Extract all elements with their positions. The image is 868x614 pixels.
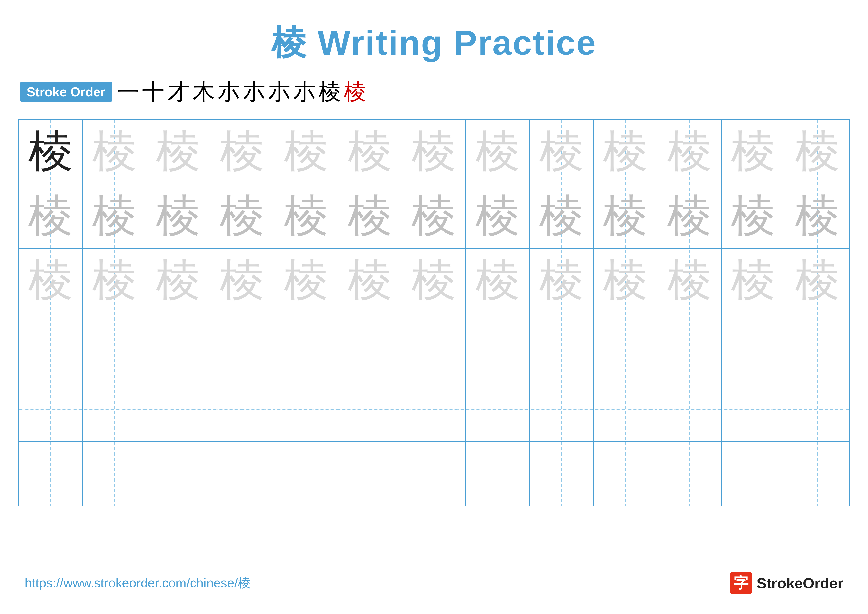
char-mid: 棱 [156,194,200,238]
char-guide: 棱 [795,129,840,174]
grid-cell[interactable]: 棱 [530,184,594,248]
grid-cell[interactable]: 棱 [722,249,785,312]
char-guide: 棱 [667,129,711,174]
grid-row-3: 棱 棱 棱 棱 棱 棱 棱 棱 棱 [19,249,849,313]
grid-cell-empty[interactable] [530,313,594,377]
char-mid: 棱 [28,194,73,238]
grid-cell-empty[interactable] [402,442,466,506]
char-guide: 棱 [92,129,136,174]
grid-cell-empty[interactable] [594,313,657,377]
grid-cell[interactable]: 棱 [19,120,83,184]
grid-cell[interactable]: 棱 [210,249,274,312]
grid-cell[interactable]: 棱 [338,249,402,312]
grid-cell-empty[interactable] [83,313,146,377]
char-guide: 棱 [156,129,200,174]
grid-cell-empty[interactable] [83,378,146,441]
grid-cell[interactable]: 棱 [83,120,146,184]
grid-cell[interactable]: 棱 [594,249,657,312]
grid-cell-empty[interactable] [658,378,722,441]
grid-row-5 [19,378,849,442]
grid-cell[interactable]: 棱 [146,120,210,184]
grid-cell-empty[interactable] [402,313,466,377]
grid-cell-empty[interactable] [274,378,338,441]
grid-cell-empty[interactable] [466,378,530,441]
grid-cell-empty[interactable] [274,313,338,377]
grid-cell[interactable]: 棱 [402,184,466,248]
grid-cell-empty[interactable] [402,378,466,441]
grid-cell-empty[interactable] [210,442,274,506]
grid-cell-empty[interactable] [146,442,210,506]
grid-cell[interactable]: 棱 [146,184,210,248]
grid-cell-empty[interactable] [594,378,657,441]
grid-cell[interactable]: 棱 [658,249,722,312]
grid-cell-empty[interactable] [722,313,785,377]
char-mid: 棱 [411,194,456,238]
grid-cell-empty[interactable] [530,378,594,441]
grid-cell-empty[interactable] [338,442,402,506]
char-light: 棱 [156,258,200,303]
grid-cell[interactable]: 棱 [146,249,210,312]
stroke-5: 朩 [218,77,240,107]
grid-cell[interactable]: 棱 [466,120,530,184]
grid-cell[interactable]: 棱 [785,120,849,184]
grid-cell[interactable]: 棱 [19,249,83,312]
grid-cell[interactable]: 棱 [83,249,146,312]
grid-cell[interactable]: 棱 [466,184,530,248]
grid-cell[interactable]: 棱 [274,249,338,312]
grid-cell[interactable]: 棱 [338,184,402,248]
grid-cell-empty[interactable] [785,442,849,506]
grid-cell[interactable]: 棱 [402,249,466,312]
grid-cell-empty[interactable] [338,378,402,441]
footer: https://www.strokeorder.com/chinese/棱 字 … [0,572,868,594]
grid-cell-empty[interactable] [658,313,722,377]
grid-cell[interactable]: 棱 [210,120,274,184]
grid-cell-empty[interactable] [19,442,83,506]
strokeorder-logo-icon: 字 [730,572,752,594]
grid-cell-empty[interactable] [722,378,785,441]
grid-cell-empty[interactable] [785,313,849,377]
grid-cell[interactable]: 棱 [658,184,722,248]
grid-cell[interactable]: 棱 [402,120,466,184]
grid-cell[interactable]: 棱 [785,249,849,312]
grid-cell-empty[interactable] [466,313,530,377]
grid-cell[interactable]: 棱 [274,184,338,248]
grid-cell-empty[interactable] [785,378,849,441]
grid-cell-empty[interactable] [19,313,83,377]
char-guide: 棱 [603,129,648,174]
char-mid: 棱 [667,194,711,238]
grid-cell[interactable]: 棱 [530,249,594,312]
stroke-7: 朩 [268,77,290,107]
grid-cell-empty[interactable] [274,442,338,506]
char-mid: 棱 [603,194,648,238]
grid-cell[interactable]: 棱 [658,120,722,184]
grid-cell[interactable]: 棱 [785,184,849,248]
grid-cell-empty[interactable] [210,313,274,377]
grid-cell[interactable]: 棱 [83,184,146,248]
grid-cell-empty[interactable] [658,442,722,506]
grid-cell[interactable]: 棱 [722,120,785,184]
grid-cell-empty[interactable] [722,442,785,506]
grid-cell[interactable]: 棱 [210,184,274,248]
footer-url[interactable]: https://www.strokeorder.com/chinese/棱 [25,574,251,592]
grid-cell-empty[interactable] [146,378,210,441]
grid-cell[interactable]: 棱 [722,184,785,248]
grid-cell-empty[interactable] [466,442,530,506]
grid-cell-empty[interactable] [19,378,83,441]
grid-cell[interactable]: 棱 [19,184,83,248]
grid-cell-empty[interactable] [210,378,274,441]
grid-cell-empty[interactable] [338,313,402,377]
grid-cell-empty[interactable] [83,442,146,506]
grid-cell[interactable]: 棱 [338,120,402,184]
char-dark: 棱 [28,129,73,174]
grid-cell[interactable]: 棱 [530,120,594,184]
grid-cell[interactable]: 棱 [594,184,657,248]
char-light: 棱 [220,258,264,303]
stroke-final: 棱 [344,77,366,107]
grid-cell-empty[interactable] [146,313,210,377]
grid-cell[interactable]: 棱 [594,120,657,184]
grid-cell-empty[interactable] [594,442,657,506]
grid-cell[interactable]: 棱 [274,120,338,184]
grid-cell-empty[interactable] [530,442,594,506]
char-light: 棱 [731,258,775,303]
grid-cell[interactable]: 棱 [466,249,530,312]
